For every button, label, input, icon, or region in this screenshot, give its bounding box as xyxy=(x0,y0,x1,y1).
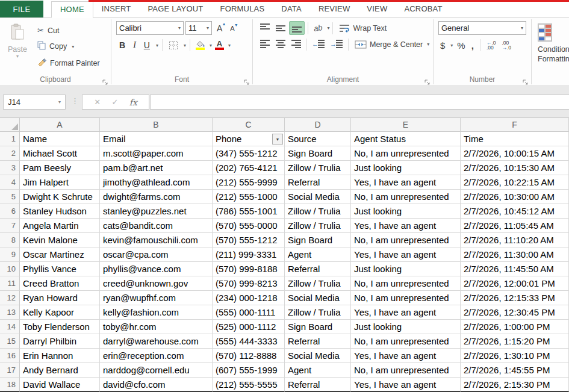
italic-button[interactable]: I xyxy=(130,40,139,51)
cell-B16[interactable]: erin@reception.com xyxy=(100,349,213,363)
row-header-1[interactable]: 1 xyxy=(0,132,20,146)
cell-F7[interactable]: 2/7/2026, 11:05:45 AM xyxy=(461,219,569,233)
row-header-5[interactable]: 5 xyxy=(0,190,20,204)
cell-F17[interactable]: 2/7/2026, 1:45:55 PM xyxy=(461,363,569,378)
cell-A2[interactable]: Michael Scott xyxy=(20,146,100,161)
cell-D7[interactable]: Zillow / Trulia xyxy=(285,219,351,233)
row-header-9[interactable]: 9 xyxy=(0,247,20,262)
orientation-dropdown-arrow[interactable]: ▾ xyxy=(327,25,329,31)
cell-B17[interactable]: narddog@cornell.edu xyxy=(100,363,213,378)
cell-A17[interactable]: Andy Bernard xyxy=(20,363,100,378)
cell-A13[interactable]: Kelly Kapoor xyxy=(20,305,100,320)
cell-C4[interactable]: (212) 555-9999 xyxy=(213,175,285,190)
increase-font-size-button[interactable]: A▲ xyxy=(214,23,225,33)
cell-D16[interactable]: Social Media xyxy=(285,349,351,363)
row-header-2[interactable]: 2 xyxy=(0,146,20,161)
cell-C6[interactable]: (786) 555-1001 xyxy=(213,204,285,219)
cell-C1[interactable]: Phone▼ xyxy=(213,132,285,146)
cell-D13[interactable]: Zillow / Trulia xyxy=(285,305,351,320)
increase-decimal-button[interactable]: ←.0.00 xyxy=(485,40,498,50)
cell-F5[interactable]: 2/7/2026, 10:30:00 AM xyxy=(461,190,569,204)
cell-D6[interactable]: Zillow / Trulia xyxy=(285,204,351,219)
cell-A15[interactable]: Darryl Philbin xyxy=(20,334,100,349)
cell-E13[interactable]: Yes, I have an agent xyxy=(351,305,461,320)
tab-view[interactable]: VIEW xyxy=(358,1,396,17)
cell-C15[interactable]: (555) 444-3333 xyxy=(213,334,285,349)
font-dialog-launcher-icon[interactable] xyxy=(244,77,250,84)
cell-A8[interactable]: Kevin Malone xyxy=(20,233,100,247)
cell-E8[interactable]: No, I am unrepresented xyxy=(351,233,461,247)
cell-D17[interactable]: Agent xyxy=(285,363,351,378)
format-painter-button[interactable]: Format Painter xyxy=(35,57,102,69)
cell-E11[interactable]: No, I am unrepresented xyxy=(351,276,461,291)
cell-E9[interactable]: Yes, I have an agent xyxy=(351,247,461,262)
cell-A6[interactable]: Stanley Hudson xyxy=(20,204,100,219)
cell-F6[interactable]: 2/7/2026, 10:45:12 AM xyxy=(461,204,569,219)
cell-A7[interactable]: Angela Martin xyxy=(20,219,100,233)
tab-acrobat[interactable]: ACROBAT xyxy=(396,1,450,17)
cell-B3[interactable]: pam.b@art.net xyxy=(100,161,213,175)
cell-B14[interactable]: toby@hr.com xyxy=(100,320,213,334)
cell-C10[interactable]: (570) 999-8188 xyxy=(213,262,285,276)
decrease-indent-button[interactable]: ← xyxy=(310,38,327,51)
cell-C9[interactable]: (211) 999-3331 xyxy=(213,247,285,262)
row-header-18[interactable]: 18 xyxy=(0,378,20,392)
cell-B9[interactable]: oscar@cpa.com xyxy=(100,247,213,262)
wrap-text-button[interactable]: Wrap Text xyxy=(336,23,390,34)
font-color-button[interactable]: A xyxy=(214,40,225,50)
cell-E18[interactable]: Yes, I have an agent xyxy=(351,378,461,392)
underline-button[interactable]: U xyxy=(141,40,153,51)
cell-A11[interactable]: Creed Bratton xyxy=(20,276,100,291)
column-header-E[interactable]: E xyxy=(351,118,461,132)
cell-E17[interactable]: No, I am unrepresented xyxy=(351,363,461,378)
row-header-14[interactable]: 14 xyxy=(0,320,20,334)
font-color-dropdown-arrow[interactable]: ▾ xyxy=(228,43,231,48)
cut-button[interactable]: ✂ Cut xyxy=(35,25,102,36)
borders-button[interactable] xyxy=(166,39,181,52)
copy-button[interactable]: Copy ▾ xyxy=(35,40,102,53)
cell-A4[interactable]: Jim Halpert xyxy=(20,175,100,190)
cell-A12[interactable]: Ryan Howard xyxy=(20,291,100,305)
cell-F16[interactable]: 2/7/2026, 1:30:10 PM xyxy=(461,349,569,363)
cell-F18[interactable]: 2/7/2026, 2:15:30 PM xyxy=(461,378,569,392)
cell-A9[interactable]: Oscar Martinez xyxy=(20,247,100,262)
cell-F2[interactable]: 2/7/2026, 10:00:15 AM xyxy=(461,146,569,161)
row-header-7[interactable]: 7 xyxy=(0,219,20,233)
cell-D5[interactable]: Social Media xyxy=(285,190,351,204)
align-center-button[interactable] xyxy=(273,38,288,51)
cell-A10[interactable]: Phyllis Vance xyxy=(20,262,100,276)
cell-B1[interactable]: Email xyxy=(100,132,213,146)
cell-C8[interactable]: (570) 555-1212 xyxy=(213,233,285,247)
bottom-align-button[interactable] xyxy=(289,21,305,35)
merge-center-dropdown-arrow[interactable]: ▾ xyxy=(427,42,429,47)
cell-B8[interactable]: kevin@famouschili.com xyxy=(100,233,213,247)
cell-E7[interactable]: Yes, I have an agent xyxy=(351,219,461,233)
conditional-formatting-label-line1[interactable]: Conditional xyxy=(538,45,569,54)
cell-C17[interactable]: (607) 555-1999 xyxy=(213,363,285,378)
row-header-17[interactable]: 17 xyxy=(0,363,20,378)
cell-A14[interactable]: Toby Flenderson xyxy=(20,320,100,334)
percent-style-button[interactable]: % xyxy=(455,40,467,51)
cell-C14[interactable]: (525) 000-1112 xyxy=(213,320,285,334)
cell-F9[interactable]: 2/7/2026, 11:30:00 AM xyxy=(461,247,569,262)
column-header-D[interactable]: D xyxy=(285,118,351,132)
top-align-button[interactable] xyxy=(258,22,272,34)
merge-center-button[interactable]: Merge & Center ▾ xyxy=(352,39,432,50)
column-header-F[interactable]: F xyxy=(461,118,569,132)
fill-color-dropdown-arrow[interactable]: ▾ xyxy=(210,43,212,48)
cell-B12[interactable]: ryan@wupfhf.com xyxy=(100,291,213,305)
tab-file[interactable]: FILE xyxy=(0,1,43,17)
cell-F13[interactable]: 2/7/2026, 12:30:45 PM xyxy=(461,305,569,320)
cell-F1[interactable]: Time xyxy=(461,132,569,146)
cell-B10[interactable]: phyllis@vance.com xyxy=(100,262,213,276)
row-header-8[interactable]: 8 xyxy=(0,233,20,247)
cell-C13[interactable]: (555) 000-1111 xyxy=(213,305,285,320)
cell-F8[interactable]: 2/7/2026, 11:10:20 AM xyxy=(461,233,569,247)
cell-E14[interactable]: Just looking xyxy=(351,320,461,334)
cell-D11[interactable]: Zillow / Trulia xyxy=(285,276,351,291)
cell-C5[interactable]: (212) 555-1000 xyxy=(213,190,285,204)
cell-E12[interactable]: No, I am unrepresented xyxy=(351,291,461,305)
cell-D4[interactable]: Referral xyxy=(285,175,351,190)
cell-A5[interactable]: Dwight K Schrute xyxy=(20,190,100,204)
cell-C11[interactable]: (570) 999-8213 xyxy=(213,276,285,291)
